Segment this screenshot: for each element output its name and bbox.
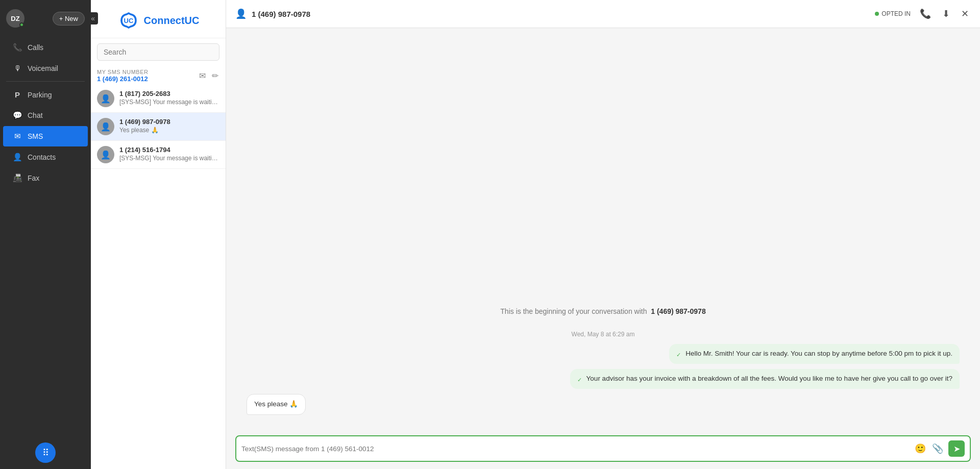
- voicemail-icon: 🎙: [12, 64, 22, 72]
- emoji-button[interactable]: 🙂: [914, 442, 927, 455]
- message-text-1: Your advisor has your invoice with a bre…: [586, 374, 952, 384]
- person-icon-1: 👤: [101, 122, 111, 132]
- convo-preview-2: [SYS-MSG] Your message is waiting for th…: [119, 155, 219, 162]
- input-area: 🙂 📎 ➤: [226, 430, 980, 469]
- contact-icon: 👤: [235, 8, 247, 19]
- search-bar: [91, 38, 226, 66]
- logo-area: UC ConnectUC: [91, 0, 226, 38]
- compose-button[interactable]: ✏: [211, 70, 219, 82]
- convo-start-number: 1 (469) 987-0978: [651, 307, 705, 315]
- logo: UC ConnectUC: [117, 9, 200, 32]
- sidebar-item-parking[interactable]: P Parking: [3, 85, 88, 105]
- nav-divider-1: [6, 81, 85, 82]
- my-sms-label: MY SMS NUMBER: [97, 69, 148, 75]
- message-text-0: Hello Mr. Smith! Your car is ready. You …: [685, 349, 952, 359]
- convo-name-2: 1 (214) 516-1794: [119, 146, 219, 154]
- sms-header-icons: ✉ ✏: [198, 70, 219, 82]
- sidebar-item-chat[interactable]: 💬 Chat: [3, 105, 88, 126]
- opted-in-label: OPTED IN: [881, 10, 911, 17]
- timestamp-label: Wed, May 8 at 6:29 am: [247, 331, 960, 338]
- bubble-inner-0: ✓ Hello Mr. Smith! Your car is ready. Yo…: [676, 349, 952, 359]
- chat-header: 👤 1 (469) 987-0978 OPTED IN 📞 ⬇ ✕: [226, 0, 980, 28]
- sidebar-nav: 📞 Calls 🎙 Voicemail P Parking 💬 Chat ✉ S…: [0, 37, 91, 189]
- convo-name-1: 1 (469) 987-0978: [119, 118, 219, 126]
- sidebar-item-label-sms: SMS: [28, 132, 43, 140]
- grid-icon: ⠿: [42, 447, 49, 458]
- input-actions: 🙂 📎 ➤: [914, 440, 965, 457]
- avatar-initials: DZ: [11, 15, 19, 22]
- send-icon: ➤: [953, 444, 960, 454]
- chat-header-right: OPTED IN 📞 ⬇ ✕: [875, 6, 971, 21]
- logo-brand-name: ConnectUC: [144, 15, 200, 27]
- convo-avatar-0: 👤: [97, 90, 114, 107]
- person-icon-2: 👤: [101, 150, 111, 160]
- convo-start-prefix: This is the beginning of your conversati…: [500, 307, 647, 315]
- sidebar-item-label-chat: Chat: [28, 111, 43, 119]
- send-button[interactable]: ➤: [948, 440, 965, 457]
- chat-contact-number: 1 (469) 987-0978: [252, 10, 310, 18]
- sidebar-item-label-calls: Calls: [28, 43, 43, 52]
- convo-info-0: 1 (817) 205-2683 [SYS-MSG] Your message …: [119, 90, 219, 106]
- new-button[interactable]: + New: [53, 12, 85, 26]
- check-icon-1: ✓: [577, 376, 582, 384]
- sidebar-item-label-contacts: Contacts: [28, 153, 56, 161]
- sms-icon: ✉: [12, 132, 22, 141]
- call-button[interactable]: 📞: [918, 6, 933, 21]
- conversation-item-2[interactable]: 👤 1 (214) 516-1794 [SYS-MSG] Your messag…: [91, 141, 226, 169]
- conversation-item-0[interactable]: 👤 1 (817) 205-2683 [SYS-MSG] Your messag…: [91, 85, 226, 113]
- message-bubble-2: Yes please 🙏: [247, 394, 306, 415]
- messages-area: This is the beginning of your conversati…: [226, 28, 980, 430]
- collapse-button[interactable]: «: [88, 12, 98, 24]
- my-sms-info: MY SMS NUMBER 1 (469) 261-0012: [97, 69, 148, 83]
- message-bubble-0: ✓ Hello Mr. Smith! Your car is ready. Yo…: [669, 344, 960, 364]
- convo-info-1: 1 (469) 987-0978 Yes please 🙏: [119, 118, 219, 134]
- convo-preview-0: [SYS-MSG] Your message is waiting for th…: [119, 98, 219, 106]
- sidebar-item-sms[interactable]: ✉ SMS: [3, 126, 88, 146]
- message-row-1: ✓ Your advisor has your invoice with a b…: [247, 369, 960, 389]
- sidebar-bottom: ⠿: [0, 436, 91, 469]
- logo-icon: UC: [117, 9, 140, 32]
- message-text-2: Yes please 🙏: [254, 400, 298, 408]
- sidebar-item-voicemail[interactable]: 🎙 Voicemail: [3, 58, 88, 78]
- message-row-2: Yes please 🙏: [247, 394, 960, 415]
- logo-name-text: ConnectUC: [144, 15, 200, 26]
- calls-icon: 📞: [12, 43, 22, 52]
- convo-start-text: This is the beginning of your conversati…: [247, 307, 960, 315]
- close-button[interactable]: ✕: [959, 6, 971, 21]
- fax-icon: 📠: [12, 174, 22, 183]
- conversation-list: 👤 1 (817) 205-2683 [SYS-MSG] Your messag…: [91, 85, 226, 469]
- person-icon-0: 👤: [101, 94, 111, 104]
- chat-header-left: 👤 1 (469) 987-0978: [235, 8, 310, 19]
- sidebar-item-calls[interactable]: 📞 Calls: [3, 37, 88, 58]
- message-row-0: ✓ Hello Mr. Smith! Your car is ready. Yo…: [247, 344, 960, 364]
- sidebar-item-label-parking: Parking: [28, 91, 52, 99]
- opted-in-dot: [875, 12, 879, 16]
- download-button[interactable]: ⬇: [940, 6, 952, 21]
- check-icon-0: ✓: [676, 351, 681, 359]
- sms-panel: UC ConnectUC MY SMS NUMBER 1 (469) 261-0…: [91, 0, 226, 469]
- convo-preview-1: Yes please 🙏: [119, 127, 219, 134]
- search-input[interactable]: [97, 43, 219, 61]
- chat-main: 👤 1 (469) 987-0978 OPTED IN 📞 ⬇ ✕ This i…: [226, 0, 980, 469]
- convo-avatar-1: 👤: [97, 118, 114, 135]
- bubble-inner-1: ✓ Your advisor has your invoice with a b…: [577, 374, 952, 384]
- my-sms-number: 1 (469) 261-0012: [97, 75, 148, 83]
- sidebar-top: DZ + New: [0, 5, 91, 32]
- sms-number-header: MY SMS NUMBER 1 (469) 261-0012 ✉ ✏: [91, 66, 226, 85]
- message-input[interactable]: [241, 445, 914, 453]
- svg-text:UC: UC: [124, 17, 133, 24]
- chat-icon: 💬: [12, 111, 22, 120]
- parking-icon: P: [12, 90, 22, 99]
- opted-in-badge: OPTED IN: [875, 10, 911, 17]
- sidebar-item-contacts[interactable]: 👤 Contacts: [3, 147, 88, 167]
- email-template-button[interactable]: ✉: [198, 70, 207, 82]
- sidebar-item-fax[interactable]: 📠 Fax: [3, 168, 88, 188]
- convo-info-2: 1 (214) 516-1794 [SYS-MSG] Your message …: [119, 146, 219, 162]
- sidebar: DZ + New « 📞 Calls 🎙 Voicemail P Parking…: [0, 0, 91, 469]
- conversation-item-1[interactable]: 👤 1 (469) 987-0978 Yes please 🙏: [91, 113, 226, 141]
- sidebar-item-label-voicemail: Voicemail: [28, 64, 58, 72]
- convo-name-0: 1 (817) 205-2683: [119, 90, 219, 97]
- avatar: DZ: [6, 9, 24, 28]
- grid-button[interactable]: ⠿: [35, 442, 56, 463]
- attachment-button[interactable]: 📎: [931, 442, 944, 455]
